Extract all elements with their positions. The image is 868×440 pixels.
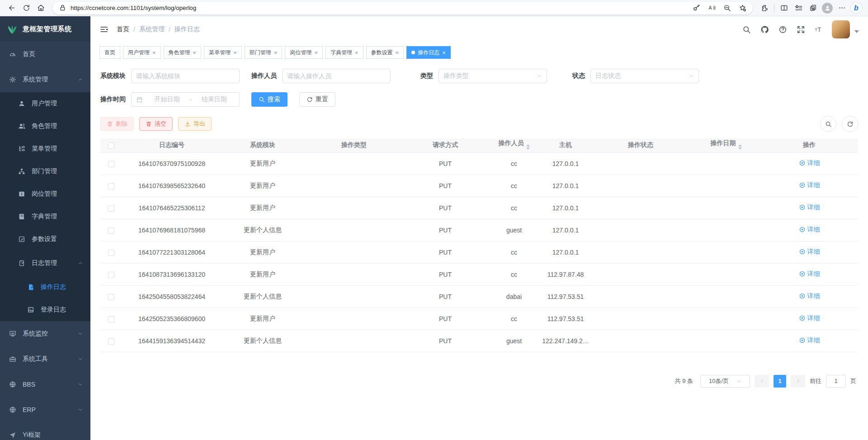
sidebar-item-param-settings[interactable]: 参数设置 — [0, 228, 90, 251]
view-detail-link[interactable]: 详细 — [799, 203, 820, 212]
sidebar-item-yi-framework[interactable]: Yi框架 — [0, 422, 90, 440]
extensions-icon[interactable] — [757, 1, 772, 15]
view-detail-link[interactable]: 详细 — [799, 292, 820, 300]
row-checkbox[interactable] — [108, 161, 114, 167]
tab-param-settings[interactable]: 参数设置× — [366, 46, 404, 59]
row-checkbox[interactable] — [108, 338, 114, 345]
row-checkbox[interactable] — [108, 294, 114, 300]
close-icon[interactable]: × — [396, 50, 399, 56]
sidebar-item-bbs[interactable]: BBS — [0, 372, 90, 397]
read-aloud-icon[interactable]: A — [704, 1, 719, 15]
row-checkbox[interactable] — [108, 205, 114, 212]
sidebar-item-post-mgmt[interactable]: 岗位管理 — [0, 183, 90, 205]
sidebar-item-dept-mgmt[interactable]: 部门管理 — [0, 160, 90, 183]
tab-menu-mgmt[interactable]: 菜单管理× — [204, 46, 242, 59]
view-detail-link[interactable]: 详细 — [799, 248, 820, 256]
zoom-out-icon[interactable] — [719, 1, 735, 15]
row-checkbox[interactable] — [108, 272, 114, 278]
view-detail-link[interactable]: 详细 — [799, 181, 820, 189]
sidebar-item-system-mgmt[interactable]: 系统管理 — [0, 67, 90, 92]
delete-button[interactable]: 删除 — [100, 117, 134, 131]
close-icon[interactable]: × — [233, 50, 237, 56]
more-icon[interactable] — [835, 1, 849, 15]
sidebar-item-login-log[interactable]: 登录日志 — [0, 298, 90, 321]
row-checkbox[interactable] — [108, 250, 114, 256]
profile-icon[interactable] — [820, 1, 835, 15]
tab-post-mgmt[interactable]: 岗位管理× — [285, 46, 323, 59]
tab-oper-log[interactable]: 操作日志× — [406, 46, 451, 59]
close-icon[interactable]: × — [193, 50, 197, 56]
url-text[interactable]: https://ccnetcore.com:1101/system/log/op… — [71, 5, 689, 11]
menu-fold-icon[interactable] — [99, 25, 108, 34]
operator-input[interactable] — [287, 72, 386, 80]
tab-dept-mgmt[interactable]: 部门管理× — [245, 46, 283, 59]
copilot-icon[interactable]: b — [849, 1, 863, 15]
back-icon[interactable] — [5, 1, 19, 15]
home-icon[interactable] — [33, 1, 48, 15]
refresh-table-button[interactable] — [842, 116, 858, 132]
reset-button[interactable]: 重置 — [299, 92, 335, 107]
reload-icon[interactable] — [19, 1, 33, 15]
help-icon[interactable] — [775, 22, 790, 37]
lock-icon[interactable] — [58, 1, 67, 15]
close-icon[interactable]: × — [274, 50, 278, 56]
collections-icon[interactable] — [806, 1, 820, 15]
breadcrumb-item[interactable]: 系统管理 — [139, 25, 165, 33]
type-select[interactable]: 操作类型 — [439, 69, 547, 83]
goto-page-input[interactable] — [826, 375, 846, 388]
search-icon[interactable] — [739, 22, 754, 37]
breadcrumb-item[interactable]: 操作日志 — [175, 25, 200, 33]
close-icon[interactable]: × — [442, 50, 446, 56]
font-size-icon[interactable]: TT — [811, 22, 826, 37]
key-icon[interactable] — [689, 1, 704, 15]
split-screen-icon[interactable] — [777, 1, 791, 15]
view-detail-link[interactable]: 详细 — [799, 159, 820, 167]
avatar-caret-icon[interactable] — [854, 30, 859, 35]
add-favorite-icon[interactable] — [735, 1, 750, 15]
page-number[interactable]: 1 — [774, 375, 786, 388]
sidebar-item-erp[interactable]: ERP — [0, 397, 90, 422]
user-avatar[interactable] — [832, 20, 850, 38]
sidebar-item-dict-mgmt[interactable]: 字典管理 — [0, 205, 90, 228]
row-checkbox[interactable] — [108, 183, 114, 189]
sidebar-item-user-mgmt[interactable]: 用户管理 — [0, 92, 90, 115]
tab-role-mgmt[interactable]: 角色管理× — [164, 46, 202, 59]
row-checkbox[interactable] — [108, 227, 114, 234]
view-detail-link[interactable]: 详细 — [799, 336, 820, 345]
status-select[interactable]: 日志状态 — [590, 69, 699, 83]
page-size-select[interactable]: 10条/页 — [700, 375, 750, 388]
view-detail-link[interactable]: 详细 — [799, 270, 820, 278]
close-icon[interactable]: × — [314, 50, 318, 56]
prev-page-button[interactable] — [755, 375, 769, 388]
sort-icon[interactable] — [738, 142, 742, 151]
sidebar-item-menu-mgmt[interactable]: 菜单管理 — [0, 137, 90, 160]
address-bar[interactable]: https://ccnetcore.com:1101/system/log/op… — [52, 2, 753, 14]
close-icon[interactable]: × — [355, 50, 359, 56]
sidebar-item-role-mgmt[interactable]: 角色管理 — [0, 115, 90, 137]
module-input[interactable] — [136, 72, 235, 80]
sidebar-item-oper-log[interactable]: 操作日志 — [0, 276, 90, 298]
app-logo[interactable]: 意框架管理系统 — [0, 16, 90, 42]
favorites-icon[interactable] — [791, 1, 806, 15]
date-range-picker[interactable]: 开始日期 - 结束日期 — [131, 92, 240, 107]
tab-user-mgmt[interactable]: 用户管理× — [123, 46, 161, 59]
next-page-button[interactable] — [791, 375, 805, 388]
tab-home[interactable]: 首页 — [99, 46, 120, 59]
column-header[interactable]: 操作人员 — [486, 138, 542, 152]
sort-icon[interactable] — [526, 142, 530, 151]
sidebar-item-system-tools[interactable]: 系统工具 — [0, 346, 90, 372]
view-detail-link[interactable]: 详细 — [799, 226, 820, 234]
fullscreen-icon[interactable] — [793, 22, 808, 37]
row-checkbox[interactable] — [108, 316, 114, 322]
select-all-checkbox[interactable] — [108, 142, 114, 149]
sidebar-item-log-mgmt[interactable]: 日志管理 — [0, 251, 90, 276]
toggle-search-button[interactable] — [820, 116, 836, 132]
search-button[interactable]: 搜索 — [251, 92, 288, 107]
tab-dict-mgmt[interactable]: 字典管理× — [326, 46, 363, 59]
export-button[interactable]: 导出 — [178, 117, 212, 131]
sidebar-item-home[interactable]: 首页 — [0, 42, 90, 67]
clear-button[interactable]: 清空 — [139, 117, 173, 131]
close-icon[interactable]: × — [152, 50, 156, 56]
column-header[interactable]: 操作日期 — [692, 138, 760, 152]
github-icon[interactable] — [757, 22, 772, 37]
